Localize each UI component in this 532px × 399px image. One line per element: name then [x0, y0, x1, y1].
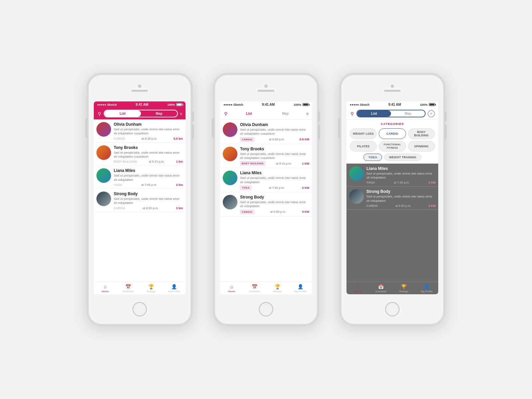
list-item-tony-2[interactable]: Tony Brooks Sed ut perspiciatis, unde om… [220, 144, 312, 168]
phone-bottom-3 [341, 294, 444, 324]
status-right-1: 100% [167, 103, 182, 106]
item-dist-liana-1: 2 km [176, 183, 183, 187]
tab-schedule-label-2: Schedule [249, 290, 260, 293]
cat-yoga-3[interactable]: YOGA [363, 154, 382, 161]
cat-functional-3[interactable]: FUNCTIONAL FITNESS [379, 141, 406, 152]
tab-profile-2[interactable]: 👤 My Profile [289, 282, 312, 294]
volume-up-2[interactable] [318, 111, 320, 121]
filter-button-2[interactable]: ▿ [306, 111, 309, 116]
cat-weight-loss-3[interactable]: WEIGHT LOSS [350, 128, 377, 139]
speaker-1 [131, 90, 148, 92]
tab-home-2[interactable]: ⌂ Home [220, 282, 243, 294]
avatar-liana-1 [96, 168, 111, 183]
tab-ratings-2[interactable]: 🏆 Ratings [266, 282, 289, 294]
list-2: Olivia Dunham Sed ut perspiciatis, unde … [220, 120, 312, 282]
item-dist-strong-1: 3 km [176, 206, 183, 210]
categories-grid-3: WEIGHT LOSS CARDIO BODY BUILDING PILATES… [350, 128, 435, 152]
volume-down-2[interactable] [318, 125, 320, 139]
search-button-3[interactable]: ⚲ [350, 110, 354, 117]
tab-home-1[interactable]: ⌂ Home [94, 282, 117, 294]
tab-ratings-3[interactable]: 🏆 Ratings [392, 282, 415, 294]
phone-bottom-2 [215, 294, 317, 324]
list-item-strong-1[interactable]: Strong Body Sed ut perspiciatis, unde om… [94, 189, 186, 212]
tab-schedule-3[interactable]: 📅 Schedule [369, 282, 392, 294]
map-tab-3[interactable]: Map [391, 110, 425, 117]
avatar-olivia-1 [96, 122, 111, 137]
tab-profile-1[interactable]: 👤 My Profile [163, 282, 186, 294]
item-desc-strong-2: Sed ut perspiciatis, unde omnis iste nat… [240, 200, 309, 208]
item-time-liana-1: at 7:45 p.m. [141, 183, 157, 187]
power-button-3[interactable] [338, 118, 340, 138]
phone-3: ●●●●● Sketch 9:41 AM 100% ⚲ List Map ✕ C… [339, 73, 446, 326]
item-name-liana-2: Liana Miles [240, 171, 309, 175]
item-time-olivia-1: at 8:30 p.m. [142, 137, 158, 140]
home-button-3[interactable] [385, 302, 400, 317]
status-right-3: 100% [420, 103, 435, 106]
tab-home-label-2: Home [228, 290, 235, 293]
search-button-1[interactable]: ⚲ [97, 110, 102, 117]
tab-ratings-1[interactable]: 🏆 Ratings [140, 282, 163, 294]
volume-up-3[interactable] [445, 111, 447, 121]
tab-home-3[interactable]: ⌂ Home [346, 282, 369, 294]
cat-weight-training-3[interactable]: WEIGHT TRAINING [384, 154, 421, 161]
list-item-strong-3[interactable]: Strong Body Sed ut perspiciatis, unde om… [346, 187, 438, 210]
list-item-liana-1[interactable]: Liana Miles Sed ut perspiciatis, unde om… [94, 166, 186, 189]
battery-icon-1 [176, 103, 182, 106]
list-tab-1[interactable]: List [104, 110, 141, 117]
item-meta-liana-1: Yoga at 7:45 p.m. 2 km [114, 183, 183, 187]
item-cat-olivia-2: CARDIO [240, 137, 254, 142]
item-dist-liana-2: 2 KM [302, 186, 309, 190]
home-icon-1: ⌂ [104, 284, 106, 289]
close-button-3[interactable]: ✕ [428, 110, 435, 117]
tab-profile-3[interactable]: 👤 My Profile [415, 282, 438, 294]
volume-up-1[interactable] [192, 111, 194, 121]
map-tab-1[interactable]: Map [141, 110, 178, 117]
home-button-2[interactable] [259, 302, 273, 317]
tab-bar-2: ⌂ Home 📅 Schedule 🏆 Ratings 👤 My Profile [220, 282, 312, 294]
volume-down-3[interactable] [445, 125, 447, 139]
cat-spinning-3[interactable]: SPINNING [408, 141, 435, 152]
power-button-1[interactable] [85, 118, 87, 138]
search-button-2[interactable]: ⚲ [223, 110, 228, 117]
item-cat-strong-1: Cardio [114, 206, 125, 210]
item-meta-strong-3: CARDIO at 6:50 p.m. 3 KM [366, 204, 436, 207]
item-meta-tony-1: Body Building at 8:15 p.m. 1 km [114, 160, 183, 163]
item-dist-strong-3: 3 KM [428, 204, 436, 207]
list-item-liana-3[interactable]: Liana Miles Sed ut perspiciatis, unde om… [346, 164, 438, 187]
avatar-strong-3 [349, 189, 364, 204]
item-info-olivia-2: Olivia Dunham Sed ut perspiciatis, unde … [240, 122, 309, 142]
list-item-tony-1[interactable]: Tony Brooks Sed ut perspiciatis, unde om… [94, 143, 186, 166]
item-desc-liana-2: Sed ut perspiciatis, unde omnis iste nat… [240, 176, 309, 184]
tab-schedule-1[interactable]: 📅 Schedule [117, 282, 140, 294]
item-dist-liana-3: 2 KM [428, 181, 436, 184]
avatar-tony-2 [223, 147, 237, 161]
tab-home-label-1: Home [102, 290, 109, 293]
ratings-icon-2: 🏆 [275, 284, 280, 289]
list-tab-2[interactable]: List [231, 110, 267, 117]
cat-cardio-3[interactable]: CARDIO [379, 128, 406, 139]
filter-button-1[interactable]: ▿ [180, 111, 182, 116]
item-info-strong-3: Strong Body Sed ut perspiciatis, unde om… [366, 189, 436, 207]
cat-body-building-3[interactable]: BODY BUILDING [408, 128, 435, 139]
list-item-strong-2[interactable]: Strong Body Sed ut perspiciatis, unde om… [220, 192, 312, 216]
item-name-olivia-1: Olivia Dunham [114, 122, 183, 127]
power-button-2[interactable] [212, 118, 214, 138]
list-item-olivia-1[interactable]: Olivia Dunham Sed ut perspiciatis, unde … [94, 119, 186, 143]
volume-down-1[interactable] [192, 125, 194, 139]
map-tab-2[interactable]: Map [267, 110, 304, 117]
list-item-liana-2[interactable]: Liana Miles Sed ut perspiciatis, unde om… [220, 168, 312, 192]
cat-pilates-3[interactable]: PILATES [350, 141, 377, 152]
list-tab-3[interactable]: List [357, 110, 391, 117]
signal-text-2: ●●●●● Sketch [223, 103, 243, 106]
list-item-olivia-2[interactable]: Olivia Dunham Sed ut perspiciatis, unde … [220, 120, 312, 144]
item-time-strong-3: at 6:50 p.m. [395, 204, 411, 207]
item-desc-liana-1: Sed ut perspiciatis, unde omnis iste nat… [114, 174, 183, 182]
battery-text-3: 100% [420, 103, 428, 106]
item-time-tony-1: at 8:15 p.m. [149, 160, 165, 163]
item-dist-tony-1: 1 km [176, 160, 183, 163]
tab-schedule-2[interactable]: 📅 Schedule [243, 282, 266, 294]
battery-icon-2 [303, 103, 309, 106]
item-info-strong-1: Strong Body Sed ut perspiciatis, unde om… [114, 192, 183, 210]
home-button-1[interactable] [132, 302, 147, 317]
item-desc-tony-1: Sed ut perspiciatis, unde omnis iste nat… [114, 151, 183, 159]
